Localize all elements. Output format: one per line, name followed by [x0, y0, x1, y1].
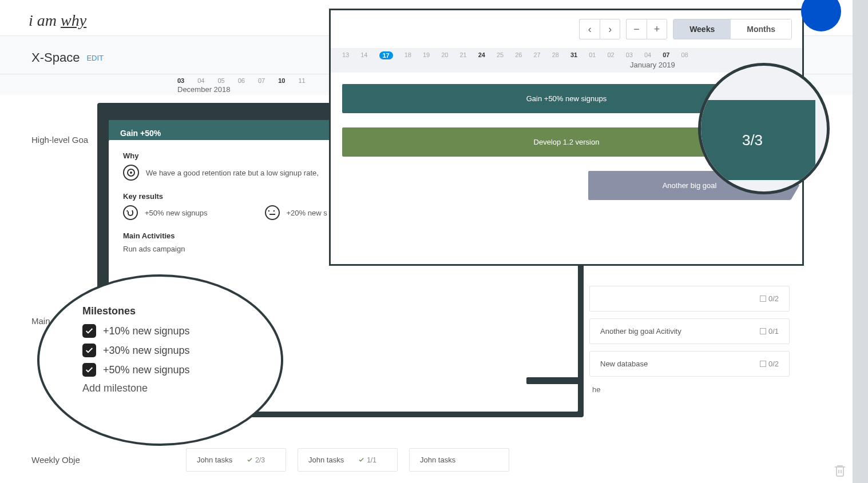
- timeline-day: 27: [534, 51, 541, 59]
- mini-day: 11: [299, 77, 306, 84]
- space-title: X-Space: [31, 50, 80, 65]
- activity-count: 0/1: [760, 327, 779, 336]
- neutral-face-icon: [265, 205, 280, 220]
- timeline-day: 26: [515, 51, 522, 59]
- milestone-label: +10% new signups: [103, 325, 190, 337]
- milestones-zoom: Milestones +10% new signups +30% new sig…: [37, 274, 283, 446]
- milestone-item[interactable]: +30% new signups: [82, 344, 258, 357]
- timeline-date-row: 13141718192021242526272831010203040708: [342, 51, 796, 59]
- why-text: We have a good retention rate but a low …: [146, 169, 319, 177]
- timeline-month: January 2019: [342, 59, 796, 69]
- task-card[interactable]: John tasks 1/1: [298, 448, 398, 472]
- timeline-day: 04: [644, 51, 651, 59]
- checkbox-icon: [760, 361, 766, 367]
- check-icon: [358, 457, 364, 463]
- logo-prefix: i am: [29, 11, 61, 29]
- activity-count: 0/2: [760, 294, 779, 303]
- edit-link[interactable]: EDIT: [86, 54, 104, 62]
- task-label: John tasks: [197, 456, 232, 464]
- task-label: John tasks: [420, 456, 455, 464]
- kr-2: +20% new s: [287, 209, 327, 217]
- activity-card[interactable]: New database 0/2: [589, 351, 790, 377]
- zoom-out-button[interactable]: −: [626, 19, 647, 39]
- mini-day: 05: [218, 77, 225, 84]
- task-card[interactable]: John tasks 2/3: [186, 448, 286, 472]
- mini-day: 06: [238, 77, 245, 84]
- mini-day: 04: [197, 77, 204, 84]
- timeline-day: 24: [478, 51, 485, 59]
- mini-day: 10: [278, 77, 285, 84]
- checkbox-checked-icon[interactable]: [82, 344, 96, 357]
- checkbox-checked-icon[interactable]: [82, 324, 96, 338]
- check-icon: [247, 457, 253, 463]
- zoom-in-button[interactable]: +: [647, 19, 667, 39]
- next-button[interactable]: ›: [600, 19, 620, 39]
- timeline-day: 18: [405, 51, 411, 59]
- task-count: 2/3: [247, 456, 265, 464]
- activity-card[interactable]: Another big goal Acitivity 0/1: [589, 318, 790, 344]
- activity-label: New database: [600, 360, 648, 368]
- timeline-day: 14: [360, 51, 367, 59]
- timeline-day: 08: [681, 51, 688, 59]
- scrollbar-thumb[interactable]: [526, 377, 584, 384]
- activity-cards: 0/2 Another big goal Acitivity 0/1 New d…: [589, 286, 790, 394]
- prev-button[interactable]: ‹: [579, 19, 600, 39]
- milestone-label: +30% new signups: [103, 345, 190, 357]
- section-weekly-label: Weekly Obje: [31, 455, 175, 465]
- timeline-day: 21: [460, 51, 467, 59]
- checkbox-icon: [760, 296, 766, 302]
- trash-icon[interactable]: [833, 464, 847, 477]
- timeline-day: 20: [441, 51, 448, 59]
- partial-text: he: [589, 385, 790, 394]
- milestone-item[interactable]: +50% new signups: [82, 363, 258, 377]
- milestones-title: Milestones: [82, 305, 258, 317]
- target-icon: [123, 165, 139, 181]
- timeline-day: 31: [570, 51, 577, 59]
- milestone-label: +50% new signups: [103, 364, 190, 376]
- timeline-day: 03: [626, 51, 633, 59]
- timeline-day: 19: [423, 51, 430, 59]
- task-label: John tasks: [308, 456, 344, 464]
- weeks-toggle[interactable]: Weeks: [673, 19, 731, 39]
- activity-label: Another big goal Acitivity: [600, 327, 681, 336]
- timeline-day: 25: [497, 51, 504, 59]
- timeline-day: 02: [608, 51, 615, 59]
- months-toggle[interactable]: Months: [731, 19, 791, 39]
- timeline-day: 17: [379, 51, 393, 59]
- task-count: 1/1: [358, 456, 376, 464]
- right-gutter: [853, 0, 868, 483]
- checkbox-icon: [760, 328, 766, 334]
- counter-zoom: 3/3: [698, 63, 830, 194]
- milestone-item[interactable]: +10% new signups: [82, 324, 258, 338]
- add-milestone[interactable]: Add milestone: [82, 382, 258, 394]
- timeline-day: 28: [552, 51, 559, 59]
- happy-face-icon: [123, 205, 138, 220]
- activity-count: 0/2: [760, 360, 779, 368]
- timeline-day: 01: [589, 51, 596, 59]
- mini-day: 07: [258, 77, 265, 84]
- kr-1: +50% new signups: [145, 209, 208, 217]
- activity-card[interactable]: 0/2: [589, 286, 790, 312]
- timeline-day: 07: [663, 51, 669, 59]
- mini-day: 03: [177, 77, 184, 84]
- checkbox-checked-icon[interactable]: [82, 363, 96, 377]
- counter-value: 3/3: [701, 100, 815, 180]
- timeline-day: 13: [342, 51, 349, 59]
- logo-suffix: why: [61, 11, 86, 29]
- task-card[interactable]: John tasks: [409, 448, 509, 472]
